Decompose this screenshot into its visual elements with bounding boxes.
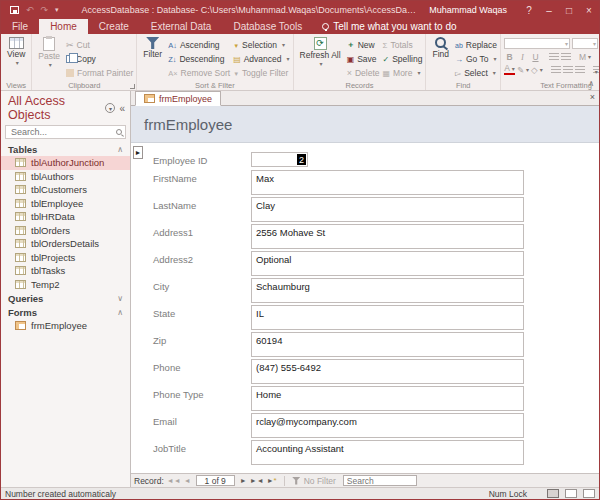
more-button[interactable]: More (382, 66, 422, 79)
shutter-bar-close-icon[interactable]: « (119, 103, 125, 114)
document-tab-frmemployee[interactable]: frmEmployee (135, 91, 221, 106)
decrease-indent-icon[interactable] (549, 53, 559, 61)
state-input[interactable]: IL (251, 305, 524, 330)
align-right-icon[interactable] (575, 66, 585, 74)
go-to-button[interactable]: Go To (455, 52, 497, 65)
customize-qat-chevron-icon[interactable]: ▾ (55, 6, 59, 14)
address2-input[interactable]: Optional (251, 251, 524, 276)
nav-group-forms[interactable]: Forms ∧ (1, 305, 130, 319)
maximize-button[interactable]: □ (559, 5, 579, 16)
nav-pane-title[interactable]: All Access Objects (8, 94, 105, 122)
close-document-icon[interactable]: × (590, 92, 595, 102)
next-record-icon[interactable]: ► (240, 477, 247, 484)
collapse-group-icon[interactable]: ∧ (117, 145, 123, 154)
nav-item-frmemployee[interactable]: frmEmployee (1, 319, 130, 333)
tab-file[interactable]: File (1, 19, 39, 34)
firstname-input[interactable]: Max (251, 170, 524, 195)
replace-button[interactable]: Replace (455, 38, 497, 51)
nav-item-tblemployee[interactable]: tblEmployee (1, 197, 130, 211)
email-input[interactable]: rclay@mycompany.com (251, 413, 524, 438)
minimize-button[interactable]: – (539, 5, 559, 16)
cut-button[interactable]: Cut (66, 38, 133, 51)
record-search-input[interactable] (343, 475, 417, 486)
address1-input[interactable]: 2556 Mohave St (251, 224, 524, 249)
totals-button[interactable]: Totals (382, 38, 422, 51)
ascending-button[interactable]: Ascending (168, 38, 230, 51)
refresh-all-button[interactable]: ⟳ Refresh All (297, 36, 344, 79)
new-blank-record-icon[interactable]: ►* (267, 477, 277, 485)
nav-item-temp2[interactable]: Temp2 (1, 278, 130, 292)
record-position[interactable]: 1 of 9 (196, 475, 235, 486)
delete-record-button[interactable]: Delete (347, 66, 380, 79)
help-button[interactable]: ? (519, 5, 539, 16)
nav-search-box[interactable] (5, 125, 126, 139)
collapse-group-icon[interactable]: ∧ (117, 308, 123, 317)
expand-group-icon[interactable]: ∨ (117, 294, 123, 303)
paste-button[interactable]: Paste (35, 36, 63, 79)
filter-button[interactable]: Filter (140, 36, 165, 79)
highlight-color-icon[interactable]: ✎ (517, 64, 529, 75)
nav-item-tblhrdata[interactable]: tblHRData (1, 210, 130, 224)
nav-group-tables[interactable]: Tables ∧ (1, 142, 130, 156)
undo-icon[interactable]: ↶ (26, 6, 34, 15)
previous-record-icon[interactable]: ◄ (184, 477, 191, 484)
tab-create[interactable]: Create (88, 19, 140, 34)
align-left-icon[interactable] (551, 66, 561, 74)
datasheet-view-button[interactable] (565, 489, 577, 498)
background-color-icon[interactable]: ◇ (531, 64, 543, 75)
lastname-input[interactable]: Clay (251, 197, 524, 222)
close-button[interactable]: × (579, 5, 599, 16)
font-size-combo[interactable] (572, 38, 598, 49)
first-record-icon[interactable]: ◄◄ (167, 477, 181, 484)
nav-item-tblauthors[interactable]: tblAuthors (1, 170, 130, 184)
collapse-ribbon-icon[interactable]: ∧ (588, 79, 594, 88)
zip-input[interactable]: 60194 (251, 332, 524, 357)
last-record-icon[interactable]: ►◄ (250, 477, 264, 484)
save-icon[interactable] (10, 6, 19, 14)
format-painter-button[interactable]: Format Painter (66, 66, 133, 79)
text-direction-icon[interactable]: M (579, 51, 591, 62)
nav-item-tblorders[interactable]: tblOrders (1, 224, 130, 238)
remove-sort-button[interactable]: Remove Sort (168, 66, 230, 79)
city-input[interactable]: Schaumburg (251, 278, 524, 303)
employee-id-input[interactable]: 2 (251, 152, 308, 167)
nav-item-tblauthorjunction[interactable]: tblAuthorJunction (1, 156, 130, 170)
italic-button[interactable]: I (517, 51, 528, 62)
find-button[interactable]: Find (429, 36, 452, 79)
nav-item-tblprojects[interactable]: tblProjects (1, 251, 130, 265)
view-button[interactable]: View (4, 36, 28, 79)
tab-external-data[interactable]: External Data (140, 19, 223, 34)
nav-item-tbltasks[interactable]: tblTasks (1, 264, 130, 278)
toggle-filter-button[interactable]: Toggle Filter (233, 66, 289, 79)
nav-search-input[interactable] (9, 126, 116, 138)
increase-indent-icon[interactable] (561, 53, 571, 61)
bold-button[interactable]: B (504, 51, 515, 62)
jobtitle-input[interactable]: Accounting Assistant (251, 440, 524, 465)
design-view-button[interactable] (583, 489, 595, 498)
redo-icon[interactable]: ↷ (41, 6, 49, 15)
form-view-button[interactable] (547, 489, 559, 498)
phone-type-input[interactable]: Home (251, 386, 524, 411)
select-button[interactable]: Select (455, 66, 497, 79)
tab-home[interactable]: Home (39, 19, 88, 34)
nav-item-tblordersdetails[interactable]: tblOrdersDetails (1, 237, 130, 251)
advanced-button[interactable]: Advanced (233, 52, 289, 65)
filter-status[interactable]: No Filter (292, 476, 336, 486)
descending-button[interactable]: Descending (168, 52, 230, 65)
copy-button[interactable]: Copy (66, 52, 133, 65)
font-combo[interactable] (504, 38, 570, 49)
alternate-row-color-icon[interactable] (593, 66, 600, 74)
nav-menu-chevron-icon[interactable]: ▾ (105, 103, 115, 113)
tab-database-tools[interactable]: Database Tools (222, 19, 313, 34)
font-color-button[interactable]: A (504, 65, 515, 75)
nav-group-queries[interactable]: Queries ∨ (1, 291, 130, 305)
phone-input[interactable]: (847) 555-6492 (251, 359, 524, 384)
new-record-button[interactable]: New (347, 38, 380, 51)
align-center-icon[interactable] (563, 66, 573, 74)
save-record-button[interactable]: Save (347, 52, 380, 65)
nav-item-tblcustomers[interactable]: tblCustomers (1, 183, 130, 197)
signed-in-user[interactable]: Muhammad Waqas (417, 5, 519, 15)
underline-button[interactable]: U (530, 51, 541, 62)
selection-button[interactable]: Selection (233, 38, 289, 51)
spelling-button[interactable]: Spelling (382, 52, 422, 65)
